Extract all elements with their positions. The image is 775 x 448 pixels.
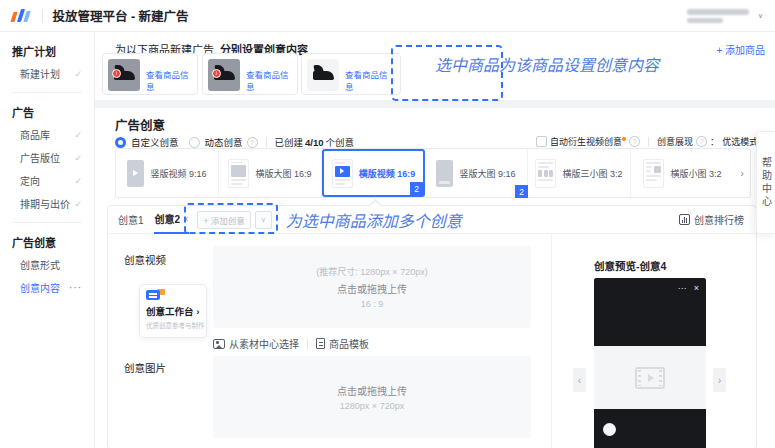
more-icon[interactable]: ··· xyxy=(69,282,82,293)
sidebar-item-placement[interactable]: 广告版位 ✓ xyxy=(0,146,94,169)
sidebar-item-label: 定向 xyxy=(20,173,40,188)
view-product-info-link[interactable]: 查看商品信息 xyxy=(146,68,194,92)
sidebar-item-label: 广告版位 xyxy=(20,150,60,165)
template-thumb-icon xyxy=(535,159,556,188)
product-card-selected[interactable]: 查看商品信息 xyxy=(301,53,401,95)
annotation-add-creative: 为选中商品添加多个创意 xyxy=(286,208,462,232)
template-scroll-right-button[interactable]: › xyxy=(734,149,750,197)
caret-down-icon: ∨ xyxy=(261,216,266,224)
preview-prev-button[interactable]: ‹ xyxy=(573,368,586,392)
sidebar-item-label: 创意内容 xyxy=(20,280,60,295)
view-product-info-link[interactable]: 查看商品信息 xyxy=(345,68,395,92)
tab-creative-1[interactable]: 创意1 xyxy=(118,206,144,234)
display-mode-label: 创意展现 xyxy=(657,135,693,148)
creative-workbench-card[interactable]: 创意工作台 › 优质创意参考与制作 xyxy=(139,284,207,338)
template-small-image[interactable]: 横版小图 3:2 xyxy=(631,149,734,197)
creative-ranking-link[interactable]: 创意排行榜 xyxy=(679,212,744,227)
close-icon[interactable]: × xyxy=(694,283,699,293)
info-icon[interactable]: ? xyxy=(696,136,707,147)
created-count-text: 已创建4/10个创意 xyxy=(275,135,355,149)
check-icon: ✓ xyxy=(74,130,82,140)
view-product-info-link[interactable]: 查看商品信息 xyxy=(246,68,294,92)
derive-video-checkbox[interactable] xyxy=(536,136,547,147)
creative-tabs-container: 创意1 创意2 × + 添加创意 ∨ 为选中商品添加多个创意 创意排行榜 xyxy=(107,205,757,448)
header-divider xyxy=(42,9,43,23)
redacted-account-id xyxy=(687,18,723,23)
preview-next-button[interactable]: › xyxy=(713,368,726,392)
radio-custom-creative[interactable] xyxy=(115,137,126,148)
add-creative-dropdown-button[interactable]: ∨ xyxy=(255,211,272,229)
info-icon[interactable]: ? xyxy=(629,136,640,147)
image-upload-hint: 点击或拖拽上传 xyxy=(337,383,407,398)
derive-video-label[interactable]: 自动衍生视频创意 xyxy=(550,135,626,148)
alert-badge-icon: i xyxy=(212,69,221,78)
info-icon[interactable]: ? xyxy=(247,137,258,148)
created-count: 4/10 xyxy=(305,137,324,148)
radio-dynamic-creative[interactable] xyxy=(189,137,200,148)
caret-down-icon: ∨ xyxy=(758,12,763,20)
sidebar-item-creative-content[interactable]: 创意内容 ··· xyxy=(0,276,94,299)
sidebar-item-schedule-bid[interactable]: 排期与出价 ✓ xyxy=(0,192,94,215)
more-options-icon[interactable]: ··· xyxy=(678,283,687,293)
product-template-link[interactable]: 商品模板 xyxy=(316,336,369,351)
ranking-icon xyxy=(679,214,690,225)
add-product-button[interactable]: + 添加商品 xyxy=(716,42,765,57)
count-badge: 2 xyxy=(410,182,423,195)
template-horizontal-video-selected[interactable]: 横版视频 16:9 2 xyxy=(322,149,425,197)
sidebar-item-product-library[interactable]: 商品库 ✓ xyxy=(0,123,94,146)
check-icon: ✓ xyxy=(74,176,82,186)
help-center-tab[interactable]: 帮助中心 xyxy=(756,131,775,234)
workbench-icon xyxy=(146,290,200,300)
tab-creative-2[interactable]: 创意2 × xyxy=(154,206,190,234)
play-icon xyxy=(340,168,344,174)
creative-form: 创意视频 (推荐尺寸: 1280px × 720px) 点击或拖拽上传 16 :… xyxy=(108,234,551,448)
tab-label: 创意2 xyxy=(155,211,181,226)
preview-title: 创意预览-创意4 xyxy=(594,258,666,273)
preview-phone-mockup: ··· × xyxy=(594,278,706,448)
template-label: 竖版大图 9:16 xyxy=(459,167,515,180)
sidebar-item-new-plan[interactable]: 新建计划 ✓ xyxy=(0,62,94,85)
radio-dynamic-label[interactable]: 动态创意 xyxy=(205,135,243,149)
template-label: 竖版视频 9:16 xyxy=(150,167,206,180)
template-vertical-image[interactable]: 竖版大图 9:16 2 xyxy=(425,149,528,197)
sidebar-section-ad: 广告 xyxy=(0,95,94,123)
template-horizontal-image[interactable]: 横版大图 16:9 xyxy=(219,149,322,197)
alert-badge-icon: i xyxy=(112,69,121,78)
radio-custom-label[interactable]: 自定义创意 xyxy=(131,135,179,149)
shoe-icon xyxy=(313,71,334,80)
divider xyxy=(648,137,649,147)
sidebar-section-promotion-plan: 推广计划 xyxy=(0,34,94,62)
app-logo-icon xyxy=(12,9,32,22)
product-strip: 为以下商品新建广告分别设置创意内容 + 添加商品 i 查看商品信息 i 查看商 xyxy=(95,32,775,100)
sidebar-item-targeting[interactable]: 定向 ✓ xyxy=(0,169,94,192)
creative-tabs-header: 创意1 创意2 × + 添加创意 ∨ 为选中商品添加多个创意 创意排行榜 xyxy=(108,206,756,234)
template-vertical-video[interactable]: 竖版视频 9:16 xyxy=(116,149,219,197)
add-creative-group: + 添加创意 ∨ xyxy=(197,211,271,229)
sidebar-item-label: 商品库 xyxy=(20,127,50,142)
creative-options-row: 自动衍生视频创意 ? 创意展现 ? ： 优选模式 ∨ xyxy=(536,135,767,148)
product-card[interactable]: i 查看商品信息 xyxy=(202,53,298,95)
creative-type-row: 自定义创意 动态创意 ? 已创建4/10个创意 xyxy=(115,135,354,149)
page-title: 投放管理平台 - 新建广告 xyxy=(53,6,189,25)
sidebar-divider xyxy=(12,222,82,223)
add-creative-button[interactable]: + 添加创意 xyxy=(197,211,250,229)
select-from-material-center-link[interactable]: 从素材中心选择 xyxy=(213,336,299,351)
check-icon: ✓ xyxy=(74,153,82,163)
display-mode-value[interactable]: 优选模式 xyxy=(722,135,758,148)
count-badge: 2 xyxy=(515,185,528,198)
created-prefix: 已创建 xyxy=(275,137,304,148)
template-selector: 竖版视频 9:16 横版大图 16:9 横版视频 16:9 2 竖版大图 9:1… xyxy=(115,148,751,198)
image-upload-area[interactable]: 点击或拖拽上传 1280px × 720px xyxy=(213,356,531,438)
product-card[interactable]: i 查看商品信息 xyxy=(102,53,198,95)
chevron-right-icon: › xyxy=(718,374,722,386)
video-upload-area[interactable]: (推荐尺寸: 1280px × 720px) 点击或拖拽上传 16 : 9 xyxy=(213,246,531,328)
account-menu[interactable]: ∨ xyxy=(687,9,763,23)
document-icon xyxy=(316,338,325,349)
template-three-small-images[interactable]: 横版三小图 3:2 xyxy=(528,149,631,197)
image-field-label: 创意图片 xyxy=(124,360,166,375)
sidebar-item-creative-format[interactable]: 创意形式 xyxy=(0,253,94,276)
template-label: 横版三小图 3:2 xyxy=(562,167,622,180)
template-thumb-icon xyxy=(436,160,453,187)
close-icon[interactable]: × xyxy=(183,214,188,224)
video-upload-hint: 点击或拖拽上传 xyxy=(337,281,407,296)
